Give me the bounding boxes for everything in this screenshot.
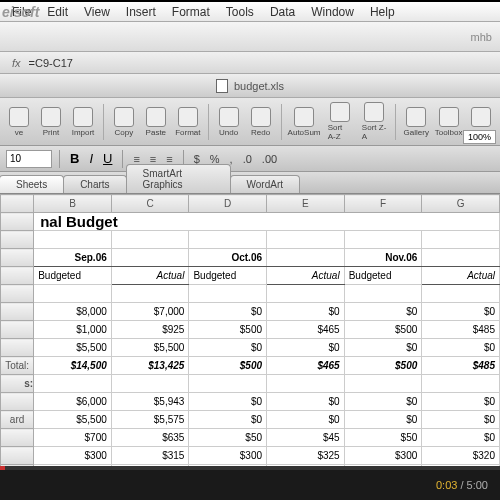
- col-g[interactable]: G: [422, 195, 500, 213]
- income-row: $8,000$7,000$0$0$0$0: [1, 303, 500, 321]
- comma-button[interactable]: ,: [227, 153, 236, 165]
- month-header: Sep.06: [34, 249, 112, 267]
- income-row: $1,000$925$500$465$500$485: [1, 321, 500, 339]
- import-button[interactable]: Import: [68, 105, 98, 139]
- budgeted-label: Budgeted: [344, 267, 422, 285]
- actual-label: Actual: [267, 267, 345, 285]
- col-d[interactable]: D: [189, 195, 267, 213]
- budgeted-label: Budgeted: [189, 267, 267, 285]
- dec-left-button[interactable]: .0: [240, 153, 255, 165]
- col-c[interactable]: C: [111, 195, 189, 213]
- menu-view[interactable]: View: [76, 5, 118, 19]
- menu-format[interactable]: Format: [164, 5, 218, 19]
- month-header: Oct.06: [189, 249, 267, 267]
- budgeted-label: Budgeted: [34, 267, 112, 285]
- gallery-button[interactable]: Gallery: [401, 105, 431, 139]
- income-row: $5,500$5,500$0$0$0$0: [1, 339, 500, 357]
- align-left-icon[interactable]: ≡: [130, 153, 142, 165]
- spreadsheet-grid[interactable]: B C D E F G nal Budget Sep.06 Oct.06 Nov…: [0, 194, 500, 470]
- align-center-icon[interactable]: ≡: [147, 153, 159, 165]
- font-size-input[interactable]: [6, 150, 52, 168]
- italic-button[interactable]: I: [86, 151, 96, 166]
- col-f[interactable]: F: [344, 195, 422, 213]
- toolbar-format: B I U ≡ ≡ ≡ $ % , .0 .00: [0, 146, 500, 172]
- row-header[interactable]: [1, 195, 34, 213]
- toolbar-main: ve Print Import Copy Paste Format Undo R…: [0, 98, 500, 146]
- expense-row: ard$5,500$5,575$0$0$0$0: [1, 411, 500, 429]
- zoom-value[interactable]: 100%: [463, 130, 496, 144]
- income-total-row: Total:$14,500$13,425$500$465$500$485: [1, 357, 500, 375]
- format-button[interactable]: Format: [173, 105, 203, 139]
- formula-bar[interactable]: fx =C9-C17: [0, 52, 500, 74]
- watermark: eisoft: [2, 4, 39, 20]
- currency-button[interactable]: $: [191, 153, 203, 165]
- autosum-button[interactable]: AutoSum: [286, 105, 321, 139]
- fx-icon[interactable]: fx: [12, 57, 21, 69]
- print-button[interactable]: Print: [36, 105, 66, 139]
- sort-az-button[interactable]: Sort A-Z: [324, 100, 356, 143]
- dec-right-button[interactable]: .00: [259, 153, 280, 165]
- sheet-title: nal Budget: [34, 213, 500, 231]
- menu-window[interactable]: Window: [303, 5, 362, 19]
- underline-button[interactable]: U: [100, 151, 115, 166]
- formula-input[interactable]: =C9-C17: [29, 57, 73, 69]
- document-name: budget.xls: [234, 80, 284, 92]
- month-header: Nov.06: [344, 249, 422, 267]
- titlebar: mhb: [0, 22, 500, 52]
- undo-button[interactable]: Undo: [214, 105, 244, 139]
- col-b[interactable]: B: [34, 195, 112, 213]
- save-button[interactable]: ve: [4, 105, 34, 139]
- menubar: File Edit View Insert Format Tools Data …: [0, 2, 500, 22]
- actual-label: Actual: [111, 267, 189, 285]
- tab-wordart[interactable]: WordArt: [230, 175, 301, 193]
- copy-button[interactable]: Copy: [109, 105, 139, 139]
- titlebar-right: mhb: [471, 31, 492, 43]
- document-bar: budget.xls: [0, 74, 500, 98]
- menu-insert[interactable]: Insert: [118, 5, 164, 19]
- percent-button[interactable]: %: [207, 153, 223, 165]
- ribbon-tabs: Sheets Charts SmartArt Graphics WordArt: [0, 172, 500, 194]
- tab-charts[interactable]: Charts: [63, 175, 126, 193]
- expense-row: $300$315$300$325$300$320: [1, 447, 500, 465]
- document-icon: [216, 79, 228, 93]
- video-time: 0:03 / 5:00: [436, 479, 488, 491]
- menu-data[interactable]: Data: [262, 5, 303, 19]
- tab-smartart[interactable]: SmartArt Graphics: [126, 164, 231, 193]
- expense-row: $6,000$5,943$0$0$0$0: [1, 393, 500, 411]
- bold-button[interactable]: B: [67, 151, 82, 166]
- menu-tools[interactable]: Tools: [218, 5, 262, 19]
- paste-button[interactable]: Paste: [141, 105, 171, 139]
- sort-za-button[interactable]: Sort Z-A: [358, 100, 391, 143]
- redo-button[interactable]: Redo: [246, 105, 276, 139]
- col-e[interactable]: E: [267, 195, 345, 213]
- actual-label: Actual: [422, 267, 500, 285]
- toolbox-button[interactable]: Toolbox: [433, 105, 464, 139]
- video-controls: 0:03 / 5:00: [0, 470, 500, 500]
- tab-sheets[interactable]: Sheets: [0, 175, 64, 193]
- expense-row: $700$635$50$45$50$0: [1, 429, 500, 447]
- align-right-icon[interactable]: ≡: [163, 153, 175, 165]
- menu-edit[interactable]: Edit: [39, 5, 76, 19]
- menu-help[interactable]: Help: [362, 5, 403, 19]
